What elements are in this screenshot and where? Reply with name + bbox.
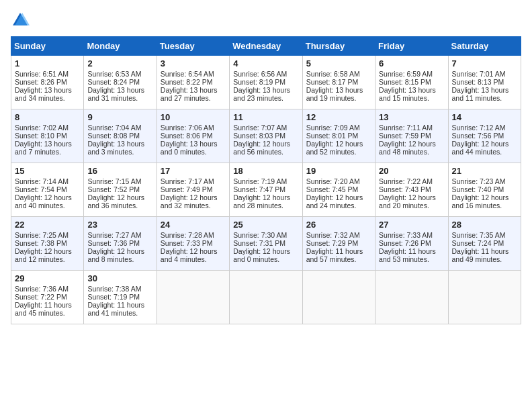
weekday-header-saturday: Saturday [448,37,521,56]
calendar-cell: 24Sunrise: 7:28 AMSunset: 7:33 PMDayligh… [157,217,229,271]
calendar-cell: 10Sunrise: 7:06 AMSunset: 8:06 PMDayligh… [157,109,229,163]
weekday-header-thursday: Thursday [302,37,375,56]
sunrise-text: Sunrise: 7:27 AM [87,231,152,239]
sunset-text: Sunset: 7:40 PM [452,185,517,193]
sunset-text: Sunset: 8:08 PM [87,132,152,140]
page-header [11,11,521,30]
sunset-text: Sunset: 7:45 PM [306,185,371,193]
weekday-header-friday: Friday [375,37,448,56]
day-number: 11 [233,112,298,122]
day-number: 1 [15,58,80,68]
day-number: 23 [87,220,152,230]
calendar-cell: 20Sunrise: 7:22 AMSunset: 7:43 PMDayligh… [375,163,448,217]
calendar-cell: 14Sunrise: 7:12 AMSunset: 7:56 PMDayligh… [448,109,521,163]
sunrise-text: Sunrise: 7:25 AM [15,231,80,239]
day-number: 13 [379,112,444,122]
daylight-text: Daylight: 12 hours and 0 minutes. [233,247,298,263]
day-number: 2 [87,58,152,68]
daylight-text: Daylight: 12 hours and 44 minutes. [452,140,517,156]
day-number: 22 [15,220,80,230]
sunset-text: Sunset: 7:29 PM [306,239,371,247]
calendar-cell: 25Sunrise: 7:30 AMSunset: 7:31 PMDayligh… [230,217,302,271]
calendar-cell: 21Sunrise: 7:23 AMSunset: 7:40 PMDayligh… [448,163,521,217]
daylight-text: Daylight: 12 hours and 4 minutes. [161,247,226,263]
calendar-cell: 8Sunrise: 7:02 AMSunset: 8:10 PMDaylight… [11,109,84,163]
logo [11,11,32,30]
calendar-cell: 15Sunrise: 7:14 AMSunset: 7:54 PMDayligh… [11,163,84,217]
daylight-text: Daylight: 12 hours and 36 minutes. [87,193,152,210]
day-number: 12 [306,112,371,122]
calendar-cell [302,271,375,324]
calendar-cell: 6Sunrise: 6:59 AMSunset: 8:15 PMDaylight… [375,56,448,109]
day-number: 17 [161,166,226,176]
calendar-cell: 4Sunrise: 6:56 AMSunset: 8:19 PMDaylight… [230,56,302,109]
day-number: 9 [87,112,152,122]
sunset-text: Sunset: 8:06 PM [161,132,226,140]
sunrise-text: Sunrise: 6:54 AM [161,70,226,78]
daylight-text: Daylight: 13 hours and 31 minutes. [87,86,152,102]
sunrise-text: Sunrise: 6:56 AM [233,70,298,78]
calendar-cell: 30Sunrise: 7:38 AMSunset: 7:19 PMDayligh… [84,271,157,324]
sunset-text: Sunset: 7:43 PM [379,185,444,193]
daylight-text: Daylight: 12 hours and 32 minutes. [161,193,226,210]
weekday-header-sunday: Sunday [11,37,84,56]
sunset-text: Sunset: 8:17 PM [306,78,371,86]
calendar-cell [157,271,229,324]
daylight-text: Daylight: 12 hours and 28 minutes. [233,193,298,210]
daylight-text: Daylight: 13 hours and 15 minutes. [379,86,444,102]
calendar-cell: 27Sunrise: 7:33 AMSunset: 7:26 PMDayligh… [375,217,448,271]
day-number: 10 [161,112,226,122]
sunset-text: Sunset: 8:03 PM [233,132,298,140]
sunset-text: Sunset: 8:01 PM [306,132,371,140]
day-number: 26 [306,220,371,230]
calendar-cell: 26Sunrise: 7:32 AMSunset: 7:29 PMDayligh… [302,217,375,271]
calendar-week-row-5: 29Sunrise: 7:36 AMSunset: 7:22 PMDayligh… [11,271,521,324]
calendar-cell: 19Sunrise: 7:20 AMSunset: 7:45 PMDayligh… [302,163,375,217]
daylight-text: Daylight: 12 hours and 16 minutes. [452,193,517,210]
sunset-text: Sunset: 7:19 PM [87,293,152,301]
sunset-text: Sunset: 7:31 PM [233,239,298,247]
weekday-header-wednesday: Wednesday [230,37,302,56]
calendar-cell [448,271,521,324]
calendar-week-row-3: 15Sunrise: 7:14 AMSunset: 7:54 PMDayligh… [11,163,521,217]
daylight-text: Daylight: 11 hours and 53 minutes. [379,247,444,263]
day-number: 6 [379,58,444,68]
weekday-header-row: SundayMondayTuesdayWednesdayThursdayFrid… [11,37,521,56]
calendar-week-row-4: 22Sunrise: 7:25 AMSunset: 7:38 PMDayligh… [11,217,521,271]
weekday-header-monday: Monday [84,37,157,56]
sunrise-text: Sunrise: 7:23 AM [452,177,517,185]
calendar-cell: 16Sunrise: 7:15 AMSunset: 7:52 PMDayligh… [84,163,157,217]
sunrise-text: Sunrise: 6:59 AM [379,70,444,78]
calendar-cell: 12Sunrise: 7:09 AMSunset: 8:01 PMDayligh… [302,109,375,163]
calendar-cell: 11Sunrise: 7:07 AMSunset: 8:03 PMDayligh… [230,109,302,163]
sunset-text: Sunset: 7:54 PM [15,185,80,193]
sunset-text: Sunset: 7:59 PM [379,132,444,140]
day-number: 25 [233,220,298,230]
daylight-text: Daylight: 11 hours and 45 minutes. [15,301,80,317]
day-number: 15 [15,166,80,176]
calendar-cell [230,271,302,324]
sunset-text: Sunset: 7:33 PM [161,239,226,247]
sunset-text: Sunset: 7:38 PM [15,239,80,247]
sunset-text: Sunset: 7:56 PM [452,132,517,140]
sunrise-text: Sunrise: 7:11 AM [379,124,444,132]
sunset-text: Sunset: 7:52 PM [87,185,152,193]
daylight-text: Daylight: 12 hours and 56 minutes. [233,140,298,156]
day-number: 27 [379,220,444,230]
day-number: 5 [306,58,371,68]
daylight-text: Daylight: 13 hours and 27 minutes. [161,86,226,102]
day-number: 18 [233,166,298,176]
sunrise-text: Sunrise: 7:01 AM [452,70,517,78]
sunrise-text: Sunrise: 7:02 AM [15,124,80,132]
sunrise-text: Sunrise: 7:36 AM [15,285,80,293]
sunrise-text: Sunrise: 7:20 AM [306,177,371,185]
daylight-text: Daylight: 13 hours and 7 minutes. [15,140,80,156]
daylight-text: Daylight: 13 hours and 11 minutes. [452,86,517,102]
sunrise-text: Sunrise: 6:58 AM [306,70,371,78]
sunrise-text: Sunrise: 7:07 AM [233,124,298,132]
weekday-header-tuesday: Tuesday [157,37,229,56]
logo-icon [11,11,30,30]
daylight-text: Daylight: 12 hours and 48 minutes. [379,140,444,156]
sunset-text: Sunset: 8:15 PM [379,78,444,86]
daylight-text: Daylight: 11 hours and 57 minutes. [306,247,371,263]
